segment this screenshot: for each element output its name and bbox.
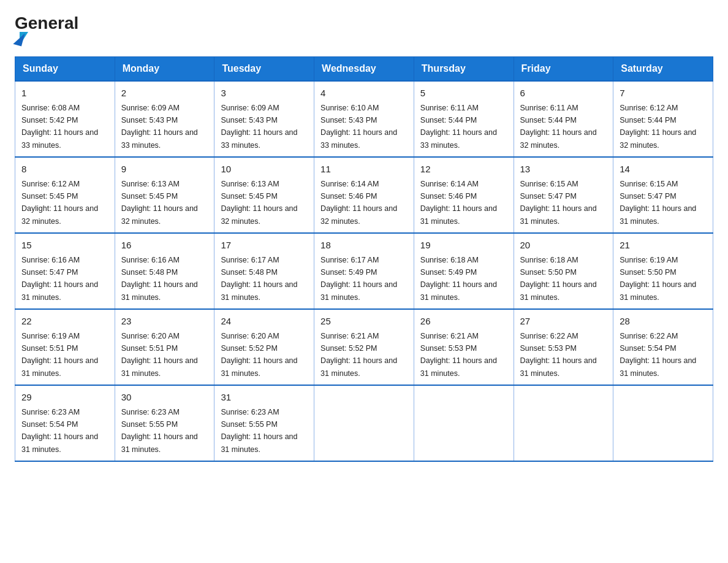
day-number: 29 — [21, 391, 108, 405]
day-info: Sunrise: 6:12 AMSunset: 5:44 PMDaylight:… — [620, 104, 696, 150]
calendar-cell: 7 Sunrise: 6:12 AMSunset: 5:44 PMDayligh… — [613, 81, 713, 157]
day-info: Sunrise: 6:16 AMSunset: 5:47 PMDaylight:… — [21, 256, 98, 302]
day-info: Sunrise: 6:20 AMSunset: 5:51 PMDaylight:… — [121, 332, 198, 378]
day-info: Sunrise: 6:23 AMSunset: 5:55 PMDaylight:… — [221, 408, 297, 454]
day-number: 10 — [221, 163, 308, 177]
calendar-week-row: 22 Sunrise: 6:19 AMSunset: 5:51 PMDaylig… — [15, 309, 713, 385]
weekday-header-tuesday: Tuesday — [214, 57, 314, 82]
day-number: 9 — [121, 163, 208, 177]
day-number: 5 — [420, 86, 507, 101]
day-info: Sunrise: 6:11 AMSunset: 5:44 PMDaylight:… — [520, 104, 597, 150]
day-number: 4 — [320, 86, 408, 101]
calendar-cell: 27 Sunrise: 6:22 AMSunset: 5:53 PMDaylig… — [514, 309, 613, 385]
day-number: 31 — [221, 391, 308, 405]
page-header: General — [15, 15, 713, 45]
day-info: Sunrise: 6:21 AMSunset: 5:52 PMDaylight:… — [320, 332, 397, 378]
day-info: Sunrise: 6:13 AMSunset: 5:45 PMDaylight:… — [121, 180, 198, 226]
calendar-cell: 10 Sunrise: 6:13 AMSunset: 5:45 PMDaylig… — [214, 157, 314, 233]
calendar-week-row: 8 Sunrise: 6:12 AMSunset: 5:45 PMDayligh… — [15, 157, 713, 233]
calendar-cell: 2 Sunrise: 6:09 AMSunset: 5:43 PMDayligh… — [115, 81, 214, 157]
calendar-cell: 28 Sunrise: 6:22 AMSunset: 5:54 PMDaylig… — [613, 309, 713, 385]
calendar-cell: 16 Sunrise: 6:16 AMSunset: 5:48 PMDaylig… — [115, 233, 214, 309]
day-number: 2 — [121, 86, 208, 101]
day-info: Sunrise: 6:20 AMSunset: 5:52 PMDaylight:… — [221, 332, 297, 378]
day-info: Sunrise: 6:17 AMSunset: 5:48 PMDaylight:… — [221, 256, 297, 302]
weekday-header-sunday: Sunday — [15, 57, 115, 82]
weekday-header-saturday: Saturday — [613, 57, 713, 82]
day-number: 3 — [221, 86, 308, 101]
calendar-week-row: 15 Sunrise: 6:16 AMSunset: 5:47 PMDaylig… — [15, 233, 713, 309]
calendar-cell: 23 Sunrise: 6:20 AMSunset: 5:51 PMDaylig… — [115, 309, 214, 385]
calendar-cell: 18 Sunrise: 6:17 AMSunset: 5:49 PMDaylig… — [314, 233, 414, 309]
day-info: Sunrise: 6:22 AMSunset: 5:53 PMDaylight:… — [520, 332, 597, 378]
day-info: Sunrise: 6:09 AMSunset: 5:43 PMDaylight:… — [221, 104, 297, 150]
day-info: Sunrise: 6:12 AMSunset: 5:45 PMDaylight:… — [21, 180, 98, 226]
calendar-cell: 24 Sunrise: 6:20 AMSunset: 5:52 PMDaylig… — [214, 309, 314, 385]
logo-general-text: General — [15, 15, 78, 32]
calendar-cell: 5 Sunrise: 6:11 AMSunset: 5:44 PMDayligh… — [414, 81, 514, 157]
day-number: 23 — [121, 315, 208, 329]
calendar-cell: 20 Sunrise: 6:18 AMSunset: 5:50 PMDaylig… — [514, 233, 613, 309]
day-number: 14 — [620, 163, 707, 177]
weekday-header-wednesday: Wednesday — [314, 57, 414, 82]
day-info: Sunrise: 6:18 AMSunset: 5:50 PMDaylight:… — [520, 256, 597, 302]
weekday-header-monday: Monday — [115, 57, 214, 82]
weekday-header-row: SundayMondayTuesdayWednesdayThursdayFrid… — [15, 57, 713, 82]
day-number: 16 — [121, 239, 208, 253]
logo: General — [15, 15, 78, 45]
calendar-cell: 15 Sunrise: 6:16 AMSunset: 5:47 PMDaylig… — [15, 233, 115, 309]
logo-blue-text — [15, 32, 28, 45]
day-number: 25 — [320, 315, 408, 329]
day-info: Sunrise: 6:13 AMSunset: 5:45 PMDaylight:… — [221, 180, 297, 226]
day-info: Sunrise: 6:17 AMSunset: 5:49 PMDaylight:… — [320, 256, 397, 302]
day-info: Sunrise: 6:08 AMSunset: 5:42 PMDaylight:… — [21, 104, 98, 150]
day-number: 7 — [620, 86, 707, 101]
day-info: Sunrise: 6:18 AMSunset: 5:49 PMDaylight:… — [420, 256, 497, 302]
day-info: Sunrise: 6:19 AMSunset: 5:50 PMDaylight:… — [620, 256, 696, 302]
day-number: 8 — [21, 163, 108, 177]
day-number: 18 — [320, 239, 408, 253]
day-info: Sunrise: 6:15 AMSunset: 5:47 PMDaylight:… — [520, 180, 597, 226]
calendar-cell: 17 Sunrise: 6:17 AMSunset: 5:48 PMDaylig… — [214, 233, 314, 309]
calendar-cell: 29 Sunrise: 6:23 AMSunset: 5:54 PMDaylig… — [15, 385, 115, 461]
day-number: 27 — [520, 315, 607, 329]
calendar-cell: 11 Sunrise: 6:14 AMSunset: 5:46 PMDaylig… — [314, 157, 414, 233]
calendar-cell: 3 Sunrise: 6:09 AMSunset: 5:43 PMDayligh… — [214, 81, 314, 157]
calendar-cell: 6 Sunrise: 6:11 AMSunset: 5:44 PMDayligh… — [514, 81, 613, 157]
day-number: 26 — [420, 315, 507, 329]
calendar-cell: 13 Sunrise: 6:15 AMSunset: 5:47 PMDaylig… — [514, 157, 613, 233]
calendar-cell: 31 Sunrise: 6:23 AMSunset: 5:55 PMDaylig… — [214, 385, 314, 461]
calendar-cell: 26 Sunrise: 6:21 AMSunset: 5:53 PMDaylig… — [414, 309, 514, 385]
day-info: Sunrise: 6:21 AMSunset: 5:53 PMDaylight:… — [420, 332, 497, 378]
day-info: Sunrise: 6:11 AMSunset: 5:44 PMDaylight:… — [420, 104, 497, 150]
calendar-week-row: 29 Sunrise: 6:23 AMSunset: 5:54 PMDaylig… — [15, 385, 713, 461]
day-number: 21 — [620, 239, 707, 253]
day-info: Sunrise: 6:14 AMSunset: 5:46 PMDaylight:… — [420, 180, 497, 226]
day-info: Sunrise: 6:09 AMSunset: 5:43 PMDaylight:… — [121, 104, 198, 150]
calendar-cell: 30 Sunrise: 6:23 AMSunset: 5:55 PMDaylig… — [115, 385, 214, 461]
day-number: 19 — [420, 239, 507, 253]
day-number: 28 — [620, 315, 707, 329]
day-number: 12 — [420, 163, 507, 177]
calendar-cell: 1 Sunrise: 6:08 AMSunset: 5:42 PMDayligh… — [15, 81, 115, 157]
calendar-cell — [514, 385, 613, 461]
day-info: Sunrise: 6:19 AMSunset: 5:51 PMDaylight:… — [21, 332, 98, 378]
calendar-cell: 4 Sunrise: 6:10 AMSunset: 5:43 PMDayligh… — [314, 81, 414, 157]
calendar-cell — [613, 385, 713, 461]
day-number: 13 — [520, 163, 607, 177]
day-info: Sunrise: 6:22 AMSunset: 5:54 PMDaylight:… — [620, 332, 696, 378]
day-number: 22 — [21, 315, 108, 329]
calendar-cell: 25 Sunrise: 6:21 AMSunset: 5:52 PMDaylig… — [314, 309, 414, 385]
day-number: 1 — [21, 86, 108, 101]
day-info: Sunrise: 6:14 AMSunset: 5:46 PMDaylight:… — [320, 180, 397, 226]
day-info: Sunrise: 6:23 AMSunset: 5:55 PMDaylight:… — [121, 408, 198, 454]
day-info: Sunrise: 6:15 AMSunset: 5:47 PMDaylight:… — [620, 180, 696, 226]
calendar-cell: 21 Sunrise: 6:19 AMSunset: 5:50 PMDaylig… — [613, 233, 713, 309]
day-number: 6 — [520, 86, 607, 101]
day-number: 30 — [121, 391, 208, 405]
calendar-cell — [414, 385, 514, 461]
calendar-cell: 19 Sunrise: 6:18 AMSunset: 5:49 PMDaylig… — [414, 233, 514, 309]
day-info: Sunrise: 6:10 AMSunset: 5:43 PMDaylight:… — [320, 104, 397, 150]
weekday-header-friday: Friday — [514, 57, 613, 82]
calendar-cell: 12 Sunrise: 6:14 AMSunset: 5:46 PMDaylig… — [414, 157, 514, 233]
